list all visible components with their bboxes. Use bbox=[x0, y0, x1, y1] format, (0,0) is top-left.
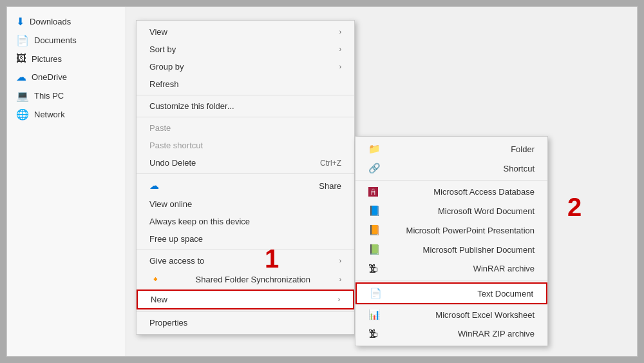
sidebar-label-downloads: Downloads bbox=[30, 17, 71, 26]
annotation-2: 2 bbox=[567, 194, 582, 220]
menu-item-refresh[interactable]: Refresh bbox=[137, 75, 354, 93]
shared-folder-icon: 🔸 bbox=[149, 273, 162, 285]
menu-label-new: New bbox=[151, 295, 167, 304]
menu-label-winrar-archive: WinRAR archive bbox=[473, 264, 535, 273]
sidebar: ⬇ Downloads 📄 Documents 🖼 Pictures ☁ One… bbox=[7, 7, 126, 356]
menu-item-properties[interactable]: Properties bbox=[137, 314, 354, 331]
onedrive-icon: ☁ bbox=[16, 71, 26, 83]
menu-item-give-access[interactable]: Give access to › bbox=[137, 252, 354, 270]
context-menu-2: 📁 Folder 🔗 Shortcut 🅰 Microsoft Access D… bbox=[355, 136, 548, 346]
menu-item-word-doc[interactable]: 📘 Microsoft Word Document bbox=[355, 201, 547, 221]
sidebar-item-downloads[interactable]: ⬇ Downloads bbox=[7, 12, 126, 31]
menu-label-customize: Customize this folder... bbox=[149, 101, 234, 111]
sidebar-label-pictures: Pictures bbox=[32, 54, 62, 64]
access-icon: 🅰 bbox=[368, 186, 378, 197]
sidebar-item-thispc[interactable]: 💻 This PC bbox=[7, 86, 126, 105]
menu-item-access-db[interactable]: 🅰 Microsoft Access Database bbox=[355, 182, 547, 201]
menu-label-powerpoint: Microsoft PowerPoint Presentation bbox=[406, 226, 535, 235]
menu-label-word-doc: Microsoft Word Document bbox=[438, 206, 535, 216]
network-icon: 🌐 bbox=[16, 108, 29, 121]
menu-item-groupby[interactable]: Group by › bbox=[137, 58, 354, 75]
download-icon: ⬇ bbox=[16, 15, 24, 28]
arrow-icon-sync: › bbox=[339, 276, 341, 283]
annotation-1: 1 bbox=[265, 246, 279, 271]
arrow-icon-view: › bbox=[339, 28, 341, 35]
powerpoint-icon: 📙 bbox=[368, 224, 381, 236]
menu-item-shared-folder-sync[interactable]: 🔸 Shared Folder Synchronization › bbox=[137, 270, 354, 289]
menu-label-share: Share bbox=[319, 181, 341, 191]
menu-item-folder[interactable]: 📁 Folder bbox=[355, 139, 547, 159]
sidebar-item-network[interactable]: 🌐 Network bbox=[7, 105, 126, 124]
menu-label-always-keep: Always keep on this device bbox=[149, 217, 250, 226]
sidebar-label-thispc: This PC bbox=[34, 91, 64, 101]
sidebar-label-onedrive: OneDrive bbox=[32, 72, 67, 82]
menu-label-properties: Properties bbox=[149, 318, 187, 328]
word-icon: 📘 bbox=[368, 205, 381, 217]
separator-4 bbox=[137, 250, 354, 250]
menu-item-powerpoint[interactable]: 📙 Microsoft PowerPoint Presentation bbox=[355, 221, 547, 240]
separator-cm2-1 bbox=[355, 180, 547, 181]
menu-label-text-doc: Text Document bbox=[477, 289, 533, 299]
menu-label-view: View bbox=[149, 27, 167, 37]
text-doc-icon: 📄 bbox=[370, 288, 382, 299]
menu-item-new[interactable]: New › bbox=[137, 289, 354, 309]
menu-label-view-online: View online bbox=[149, 199, 192, 209]
menu-item-view[interactable]: View › bbox=[137, 23, 354, 41]
pictures-icon: 🖼 bbox=[16, 53, 26, 64]
menu-label-sortby: Sort by bbox=[149, 44, 176, 54]
menu-label-paste: Paste bbox=[149, 123, 171, 133]
menu-item-view-online[interactable]: View online bbox=[137, 195, 354, 213]
menu-label-winrar-zip: WinRAR ZIP archive bbox=[458, 329, 535, 338]
menu-item-winrar-archive[interactable]: 🗜 WinRAR archive bbox=[355, 259, 547, 278]
menu-item-paste[interactable]: Paste bbox=[137, 119, 354, 137]
menu-item-sortby[interactable]: Sort by › bbox=[137, 41, 354, 58]
shortcut-icon: 🔗 bbox=[368, 162, 381, 174]
menu-item-undo-delete[interactable]: Undo Delete Ctrl+Z bbox=[137, 154, 354, 172]
menu-item-text-doc[interactable]: 📄 Text Document bbox=[355, 282, 547, 304]
menu-item-excel[interactable]: 📊 Microsoft Excel Worksheet bbox=[355, 305, 547, 324]
separator-2 bbox=[137, 117, 354, 117]
menu-label-give-access: Give access to bbox=[149, 256, 204, 266]
menu-item-paste-shortcut[interactable]: Paste shortcut bbox=[137, 137, 354, 154]
winrar-icon: 🗜 bbox=[368, 263, 378, 274]
separator-cm2-2 bbox=[355, 280, 547, 280]
arrow-icon-groupby: › bbox=[339, 63, 341, 70]
sidebar-item-documents[interactable]: 📄 Documents bbox=[7, 31, 126, 50]
sidebar-label-documents: Documents bbox=[34, 35, 77, 45]
context-menu-1: View › Sort by › Group by › Refresh Cust… bbox=[136, 20, 355, 335]
menu-label-groupby: Group by bbox=[149, 62, 184, 72]
thispc-icon: 💻 bbox=[16, 90, 29, 102]
menu-item-share[interactable]: ☁ Share bbox=[137, 176, 354, 195]
menu-label-refresh: Refresh bbox=[149, 79, 179, 89]
menu-item-publisher[interactable]: 📗 Microsoft Publisher Document bbox=[355, 240, 547, 259]
menu-item-customize[interactable]: Customize this folder... bbox=[137, 97, 354, 115]
menu-label-shortcut: Shortcut bbox=[504, 164, 535, 173]
menu-label-undo-delete: Undo Delete bbox=[149, 158, 196, 168]
sidebar-item-onedrive[interactable]: ☁ OneDrive bbox=[7, 68, 126, 86]
menu-item-winrar-zip[interactable]: 🗜 WinRAR ZIP archive bbox=[355, 324, 547, 343]
shortcut-undo: Ctrl+Z bbox=[320, 159, 341, 168]
winrar-zip-icon: 🗜 bbox=[368, 328, 378, 339]
menu-label-folder: Folder bbox=[511, 144, 535, 154]
separator-3 bbox=[137, 173, 354, 174]
arrow-icon-new: › bbox=[338, 296, 340, 303]
arrow-icon-access: › bbox=[339, 257, 341, 264]
sidebar-item-pictures[interactable]: 🖼 Pictures bbox=[7, 50, 126, 68]
arrow-icon-sortby: › bbox=[339, 46, 341, 53]
sidebar-label-network: Network bbox=[34, 110, 65, 119]
separator-1 bbox=[137, 95, 354, 95]
folder-icon: 📁 bbox=[368, 143, 381, 155]
excel-icon: 📊 bbox=[368, 309, 381, 320]
share-cloud-icon: ☁ bbox=[149, 180, 159, 191]
documents-icon: 📄 bbox=[16, 34, 29, 46]
menu-label-publisher: Microsoft Publisher Document bbox=[423, 245, 535, 255]
menu-label-shared-folder-sync: Shared Folder Synchronization bbox=[196, 275, 311, 284]
menu-label-access-db: Microsoft Access Database bbox=[433, 187, 535, 197]
publisher-icon: 📗 bbox=[368, 244, 381, 255]
separator-5 bbox=[137, 311, 354, 312]
menu-item-shortcut[interactable]: 🔗 Shortcut bbox=[355, 159, 547, 178]
menu-item-always-keep[interactable]: Always keep on this device bbox=[137, 213, 354, 230]
menu-item-free-space[interactable]: Free up space bbox=[137, 230, 354, 248]
menu-label-free-space: Free up space bbox=[149, 234, 203, 244]
menu-label-paste-shortcut: Paste shortcut bbox=[149, 141, 203, 150]
